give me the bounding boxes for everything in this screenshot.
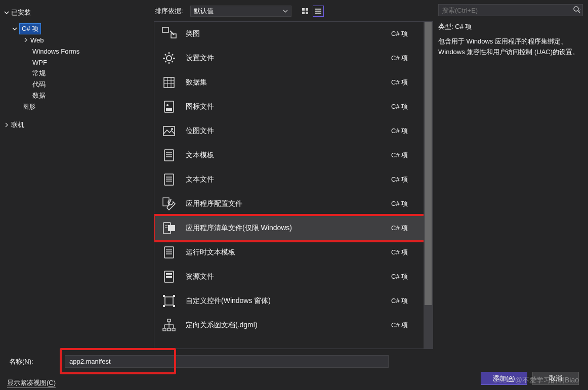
template-item[interactable]: 定向关系图文档(.dgml)C# 项 xyxy=(154,313,433,337)
bottom-bar: 名称(N): 显示紧凑视图(C) 添加(A) 取消 CSDN @不爱学习的啊Bi… xyxy=(0,350,588,390)
template-item[interactable]: 资源文件C# 项 xyxy=(154,265,433,289)
tree-node-code[interactable]: 代码 xyxy=(0,79,147,90)
tree-label: 图形 xyxy=(22,102,35,111)
template-lang: C# 项 xyxy=(391,224,427,233)
template-lang: C# 项 xyxy=(391,102,427,111)
chevron-down-icon xyxy=(11,25,18,32)
template-lang: C# 项 xyxy=(391,321,427,330)
scrollbar-thumb[interactable] xyxy=(425,22,432,305)
details-pane: 类型: C# 项 包含用于 Windows 应用程序的程序集绑定、Windows… xyxy=(435,0,588,349)
template-lang: C# 项 xyxy=(391,175,427,184)
template-item[interactable]: 应用程序配置文件C# 项 xyxy=(154,192,433,216)
template-item[interactable]: 自定义控件(Windows 窗体)C# 项 xyxy=(154,289,433,313)
template-label: 类图 xyxy=(186,29,383,38)
name-input[interactable] xyxy=(65,355,389,368)
template-item[interactable]: 类图C# 项 xyxy=(154,22,433,46)
tree-label: 代码 xyxy=(32,80,46,89)
template-description: 包含用于 Windows 应用程序的程序集绑定、Windows 兼容性和用户访问… xyxy=(438,36,583,58)
tree-label: WPF xyxy=(32,59,47,66)
vertical-scrollbar[interactable] xyxy=(424,22,433,349)
svg-rect-7 xyxy=(317,11,321,12)
compact-view-link[interactable]: 显示紧凑视图(C) xyxy=(7,378,56,388)
tree-node-installed[interactable]: 已安装 xyxy=(0,7,147,18)
tree-node-online[interactable]: 联机 xyxy=(0,119,147,131)
dataset-icon xyxy=(160,74,178,91)
name-label: 名称(N): xyxy=(9,357,45,366)
search-input[interactable] xyxy=(438,4,583,16)
template-lang: C# 项 xyxy=(391,29,427,38)
manifest-icon xyxy=(160,220,178,237)
category-tree: 已安装 C# 项 Web Windows Forms WPF xyxy=(0,7,147,131)
tree-label: Windows Forms xyxy=(32,48,79,55)
tree-node-winforms[interactable]: Windows Forms xyxy=(0,46,147,57)
image-icon xyxy=(160,122,178,140)
svg-rect-3 xyxy=(306,12,308,14)
resource-icon xyxy=(160,268,178,285)
template-lang: C# 项 xyxy=(391,54,427,63)
template-lang: C# 项 xyxy=(391,199,427,208)
search-icon[interactable] xyxy=(573,6,581,14)
template-pane: 排序依据: 默认值 xyxy=(152,0,435,349)
tree-label: 数据 xyxy=(32,91,46,100)
category-sidebar: 已安装 C# 项 Web Windows Forms WPF xyxy=(0,0,152,349)
view-grid-button[interactable] xyxy=(300,6,311,17)
cancel-button[interactable]: 取消 xyxy=(532,372,579,385)
template-item[interactable]: 文本模板C# 项 xyxy=(154,143,433,167)
svg-rect-5 xyxy=(317,9,321,10)
add-button[interactable]: 添加(A) xyxy=(481,372,527,385)
type-row: 类型: C# 项 xyxy=(438,22,583,31)
template-list: 类图C# 项设置文件C# 项数据集C# 项图标文件C# 项位图文件C# 项文本模… xyxy=(154,21,433,349)
icon-file-icon xyxy=(160,98,178,115)
svg-line-11 xyxy=(578,11,580,13)
svg-rect-8 xyxy=(315,13,317,14)
template-item[interactable]: 位图文件C# 项 xyxy=(154,119,433,143)
template-item[interactable]: 应用程序清单文件(仅限 Windows)C# 项 xyxy=(154,216,433,240)
tree-label: 已安装 xyxy=(11,8,31,17)
gear-icon xyxy=(160,50,178,67)
sort-by-select[interactable]: 默认值 xyxy=(190,6,291,17)
svg-rect-0 xyxy=(302,8,305,11)
tree-node-web[interactable]: Web xyxy=(0,34,147,46)
template-lang: C# 项 xyxy=(391,248,427,257)
template-label: 应用程序配置文件 xyxy=(186,199,383,208)
template-label: 图标文件 xyxy=(186,102,383,111)
template-lang: C# 项 xyxy=(391,126,427,136)
tree-node-wpf[interactable]: WPF xyxy=(0,57,147,68)
svg-rect-2 xyxy=(302,12,305,14)
tree-node-data[interactable]: 数据 xyxy=(0,90,147,101)
template-label: 自定义控件(Windows 窗体) xyxy=(186,296,383,306)
template-item[interactable]: 文本文件C# 项 xyxy=(154,167,433,192)
svg-rect-6 xyxy=(315,11,317,12)
svg-rect-9 xyxy=(317,13,321,14)
svg-rect-4 xyxy=(315,9,317,10)
template-label: 文本模板 xyxy=(186,151,383,160)
type-label: 类型: xyxy=(438,23,453,30)
view-list-button[interactable] xyxy=(313,6,324,17)
template-lang: C# 项 xyxy=(391,151,427,160)
template-label: 运行时文本模板 xyxy=(186,248,383,257)
template-lang: C# 项 xyxy=(391,272,427,281)
tree-node-csharp[interactable]: C# 项 xyxy=(0,23,147,34)
chevron-right-icon xyxy=(3,121,10,128)
sort-by-value: 默认值 xyxy=(194,7,214,16)
tree-node-graphics[interactable]: 图形 xyxy=(0,101,147,112)
template-item[interactable]: 设置文件C# 项 xyxy=(154,46,433,70)
tree-label: Web xyxy=(30,36,44,44)
chevron-down-icon xyxy=(3,9,10,16)
wrench-icon xyxy=(160,195,178,212)
template-item[interactable]: 图标文件C# 项 xyxy=(154,95,433,119)
template-label: 资源文件 xyxy=(186,272,383,281)
template-lang: C# 项 xyxy=(391,296,427,306)
text-icon xyxy=(160,171,178,188)
type-value: C# 项 xyxy=(455,23,472,30)
template-item[interactable]: 运行时文本模板C# 项 xyxy=(154,240,433,265)
graph-icon xyxy=(160,317,178,334)
tree-node-general[interactable]: 常规 xyxy=(0,68,147,79)
template-label: 位图文件 xyxy=(186,126,383,136)
template-label: 定向关系图文档(.dgml) xyxy=(186,321,383,330)
chevron-down-icon xyxy=(283,9,288,14)
template-item[interactable]: 数据集C# 项 xyxy=(154,70,433,95)
template-label: 文本文件 xyxy=(186,175,383,184)
tree-label: 联机 xyxy=(11,120,24,129)
chevron-right-icon xyxy=(22,36,29,44)
